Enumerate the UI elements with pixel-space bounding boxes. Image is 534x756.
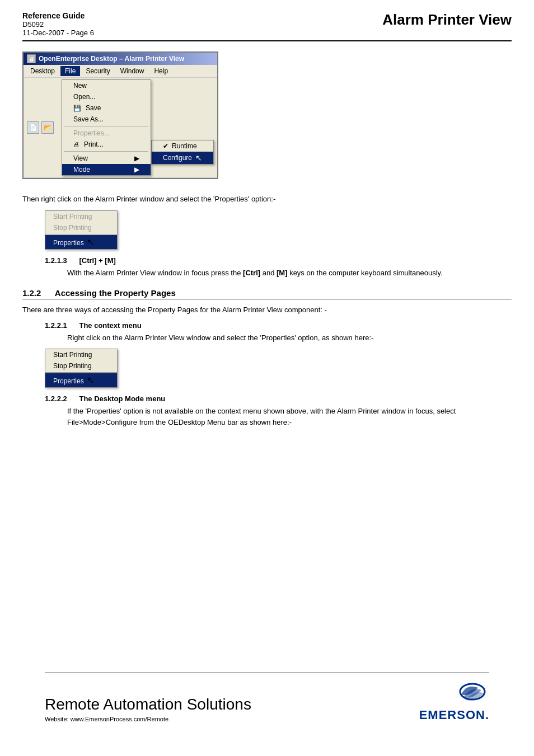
page-title: Alarm Printer View	[382, 11, 512, 29]
doc-number: D5092	[22, 20, 94, 29]
menu-file[interactable]: File	[60, 66, 80, 76]
heading-1221-title: The context menu	[79, 321, 141, 330]
emerson-brand: EMERSON.	[419, 708, 489, 722]
section-122-heading: 1.2.2 Accessing the Property Pages	[22, 288, 512, 300]
header-meta: Reference Guide D5092 11-Dec-2007 - Page…	[22, 11, 94, 37]
context-menu-1-container: Start Printing Stop Printing Properties …	[45, 210, 512, 250]
context-menu-2: Start Printing Stop Printing Properties …	[45, 349, 118, 388]
runtime-check: ✔	[163, 142, 168, 150]
emerson-logo: EMERSON.	[419, 678, 489, 722]
app-icon: 🖨	[27, 54, 36, 63]
instruction-text-1: Then right click on the Alarm Printer wi…	[22, 194, 512, 205]
separator2	[64, 151, 148, 152]
cursor-2: ↖	[87, 375, 94, 386]
page-header: Reference Guide D5092 11-Dec-2007 - Page…	[22, 11, 512, 41]
save-icon: 💾	[73, 105, 81, 112]
mode-arrow: ▶	[134, 166, 139, 173]
company-name: Remote Automation Solutions	[45, 696, 251, 713]
app-window: 🖨 OpenEnterprise Desktop – Alarm Printer…	[22, 51, 218, 179]
footer-left: Remote Automation Solutions Website: www…	[45, 696, 251, 722]
mode-submenu: ✔ Runtime Configure ↖	[151, 140, 214, 165]
text-1213: With the Alarm Printer View window in fo…	[67, 267, 512, 279]
menu-help[interactable]: Help	[149, 66, 172, 76]
section-122-title: Accessing the Property Pages	[55, 288, 176, 298]
view-arrow: ▶	[134, 154, 139, 162]
menu-window[interactable]: Window	[116, 66, 149, 76]
separator1	[64, 126, 148, 126]
ctx2-start-printing[interactable]: Start Printing	[45, 349, 117, 360]
section-1213: 1.2.1.3 [Ctrl] + [M] With the Alarm Prin…	[45, 256, 512, 279]
menu-desktop[interactable]: Desktop	[26, 66, 59, 76]
print-icon: 🖨	[73, 141, 79, 148]
context-menu-1: Start Printing Stop Printing Properties …	[45, 210, 118, 250]
menu-item-mode[interactable]: Mode ▶	[62, 164, 151, 175]
menu-item-properties[interactable]: Properties...	[62, 128, 151, 139]
text-1222: If the 'Properties' option is not availa…	[67, 406, 512, 428]
context-menu-2-container: Start Printing Stop Printing Properties …	[45, 349, 512, 388]
menu-item-save[interactable]: 💾 Save	[62, 102, 151, 114]
menu-item-view[interactable]: View ▶	[62, 153, 151, 164]
ctx2-stop-printing[interactable]: Stop Printing	[45, 360, 117, 372]
date-page: 11-Dec-2007 - Page 6	[22, 29, 94, 37]
ctx1-stop-printing[interactable]: Stop Printing	[45, 222, 117, 233]
ctx1-properties[interactable]: Properties ↖	[45, 235, 117, 249]
toolbar: 📄 📂 New Open... 💾 Save Save As... Proper…	[24, 78, 217, 178]
section-122-num: 1.2.2	[22, 288, 41, 298]
file-dropdown: New Open... 💾 Save Save As... Properties…	[62, 79, 151, 176]
open-button[interactable]: 📂	[41, 121, 54, 134]
menu-item-new[interactable]: New	[62, 80, 151, 91]
menu-security[interactable]: Security	[81, 66, 114, 76]
heading-1222-title: The Desktop Mode menu	[79, 395, 165, 403]
heading-1213-title: [Ctrl] + [M]	[79, 256, 115, 265]
submenu-configure[interactable]: Configure ↖	[152, 152, 213, 164]
ctx1-start-printing[interactable]: Start Printing	[45, 211, 117, 222]
heading-1221: 1.2.2.1 The context menu	[45, 321, 512, 330]
section-122-intro: There are three ways of accessing the Pr…	[22, 304, 512, 316]
cursor-1: ↖	[87, 237, 94, 247]
heading-1222: 1.2.2.2 The Desktop Mode menu	[45, 395, 512, 403]
new-button[interactable]: 📄	[27, 121, 39, 134]
ctx2-separator	[45, 372, 117, 373]
text-1221: Right click on the Alarm Printer View wi…	[67, 332, 512, 344]
heading-1222-num: 1.2.2.2	[45, 395, 67, 403]
section-1221: 1.2.2.1 The context menu Right click on …	[45, 321, 512, 344]
app-window-screenshot: 🖨 OpenEnterprise Desktop – Alarm Printer…	[22, 51, 512, 187]
window-title: OpenEnterprise Desktop – Alarm Printer V…	[39, 55, 184, 63]
menu-item-open[interactable]: Open...	[62, 91, 151, 102]
heading-1221-num: 1.2.2.1	[45, 321, 67, 330]
website: Website: www.EmersonProcess.com/Remote	[45, 716, 251, 722]
heading-1213: 1.2.1.3 [Ctrl] + [M]	[45, 256, 512, 265]
guide-type: Reference Guide	[22, 11, 94, 20]
menu-item-saveas[interactable]: Save As...	[62, 114, 151, 125]
section-1222: 1.2.2.2 The Desktop Mode menu If the 'Pr…	[45, 395, 512, 428]
ctx1-separator	[45, 234, 117, 234]
file-dropdown-area: New Open... 💾 Save Save As... Properties…	[62, 79, 214, 176]
emerson-icon-svg	[456, 678, 489, 706]
page-footer: Remote Automation Solutions Website: www…	[45, 673, 489, 722]
submenu-runtime[interactable]: ✔ Runtime	[152, 140, 213, 152]
heading-1213-num: 1.2.1.3	[45, 256, 67, 265]
menubar: Desktop File Security Window Help	[24, 65, 217, 78]
cursor-arrow: ↖	[195, 153, 202, 162]
window-titlebar: 🖨 OpenEnterprise Desktop – Alarm Printer…	[24, 53, 217, 65]
ctx2-properties[interactable]: Properties ↖	[45, 373, 117, 387]
menu-item-print[interactable]: 🖨 Print...	[62, 139, 151, 150]
